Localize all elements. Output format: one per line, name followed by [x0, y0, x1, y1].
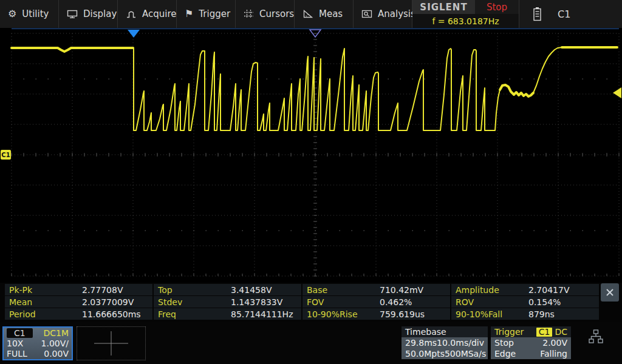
waveform-display[interactable]: C1 — [0, 28, 622, 283]
measurement-mean: Mean2.0377009V — [5, 296, 152, 308]
measurement-rov: ROV0.154% — [451, 296, 599, 308]
channel-probe: 10X — [7, 339, 23, 348]
run-state-badge: Stop — [475, 2, 519, 13]
brand-status-block: SIGLENT Stop f = 683.0187Hz — [412, 0, 519, 28]
network-icon — [588, 329, 604, 345]
menu-cursors[interactable]: Cursors — [236, 0, 295, 28]
measurement-stdev: Stdev1.1437833V — [154, 296, 301, 308]
frequency-counter: f = 683.0187Hz — [412, 14, 519, 28]
channel-name-chip: C1 — [7, 328, 33, 338]
add-channel-cross-icon — [92, 330, 131, 357]
measurement-period: Period11.666650ms — [5, 308, 152, 320]
add-channel-slot[interactable] — [77, 326, 146, 360]
timebase-delay: 29.8ms — [405, 338, 437, 348]
measurement-fall: 90-10%Fall879ns — [451, 308, 599, 320]
menu-acquire[interactable]: Acquire — [118, 0, 177, 28]
measurement-panel: Pk-Pk2.77708V Top3.41458V Base710.42mV A… — [0, 283, 622, 322]
channel-scale: 1.00V/ — [41, 339, 69, 348]
trigger-box[interactable]: Trigger C1 DC Stop 2.00V Edge Falling — [491, 326, 571, 359]
menu-utility[interactable]: ⚙ Utility — [0, 0, 59, 28]
siglent-logo: SIGLENT — [420, 2, 467, 13]
trigger-mode: Stop — [494, 338, 514, 348]
bottom-status-bar: C1 DC1M 10X 1.00V/ FULL 0.00V Timebase 2… — [0, 322, 622, 364]
measurement-base: Base710.42mV — [302, 284, 450, 295]
measurement-pkpk: Pk-Pk2.77708V — [5, 284, 152, 295]
menu-analysis[interactable]: Analysis — [354, 0, 412, 28]
channel-bandwidth: FULL — [7, 349, 27, 359]
timebase-title: Timebase — [402, 326, 488, 337]
menu-utility-label: Utility — [22, 8, 49, 19]
brand-chip: SIGLENT — [412, 0, 475, 14]
trigger-position-marker — [128, 30, 140, 38]
trigger-coupling: DC — [555, 327, 567, 337]
menu-display[interactable]: Display — [59, 0, 118, 28]
display-icon — [67, 9, 78, 19]
battery-icon — [533, 7, 542, 21]
trigger-type: Edge — [494, 349, 516, 359]
menu-analysis-label: Analysis — [378, 8, 415, 19]
top-menu-bar: ⚙ Utility Display Acquire ⚑ Trigger Curs… — [0, 0, 622, 28]
acquire-icon — [126, 9, 137, 19]
measurement-top: Top3.41458V — [154, 284, 301, 295]
trigger-slope: Falling — [540, 349, 567, 359]
menu-trigger[interactable]: ⚑ Trigger — [177, 0, 236, 28]
measurement-amplitude: Amplitude2.70417V — [451, 284, 599, 295]
graticule — [0, 28, 622, 283]
menu-cursors-label: Cursors — [259, 8, 294, 19]
channel-coupling: DC1M — [43, 328, 69, 338]
channel-descriptor-box[interactable]: C1 DC1M 10X 1.00V/ FULL 0.00V — [2, 326, 73, 360]
active-channel-indicator[interactable]: C1 — [558, 8, 570, 20]
trigger-title: Trigger — [494, 327, 534, 337]
flag-icon: ⚑ — [185, 9, 193, 19]
menu-acquire-label: Acquire — [142, 8, 177, 19]
close-icon — [605, 288, 615, 297]
timebase-box[interactable]: Timebase 29.8ms 10.0ms/div 50.0Mpts 500M… — [402, 326, 488, 359]
trigger-level-marker — [613, 87, 621, 98]
timebase-points: 50.0Mpts — [405, 349, 445, 359]
cursors-icon — [244, 9, 254, 19]
timebase-samplerate: 500MSa/s — [445, 349, 486, 359]
menu-meas[interactable]: Meas — [295, 0, 354, 28]
menu-display-label: Display — [83, 8, 117, 19]
menu-meas-label: Meas — [319, 8, 343, 19]
trigger-source-chip: C1 — [536, 328, 553, 337]
network-status[interactable] — [588, 329, 604, 347]
menu-trigger-label: Trigger — [199, 8, 230, 19]
meas-icon — [302, 9, 313, 19]
gear-icon: ⚙ — [8, 9, 16, 19]
measurement-rise: 10-90%Rise759.619us — [302, 308, 450, 320]
channel-offset: 0.00V — [44, 349, 69, 359]
measurement-fov: FOV0.462% — [302, 296, 450, 308]
timebase-scale: 10.0ms/div — [437, 338, 484, 348]
close-measurements-button[interactable] — [601, 283, 619, 302]
channel-offset-marker[interactable]: C1 — [1, 150, 11, 160]
analysis-icon — [361, 9, 372, 19]
trigger-level: 2.00V — [542, 338, 567, 348]
measurement-freq: Freq85.7144111Hz — [154, 308, 301, 320]
